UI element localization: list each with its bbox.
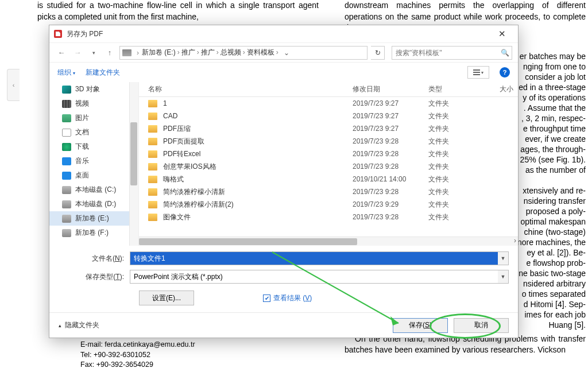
search-icon[interactable]: 🔍	[498, 49, 512, 57]
view-result-checkbox[interactable]: ✔ 查看结果 (V)	[263, 293, 312, 303]
search-input[interactable]	[392, 49, 498, 57]
folder-row[interactable]: 12019/7/23 9:27文件夹	[139, 97, 518, 110]
location-icon	[62, 200, 71, 208]
folder-icon	[148, 163, 157, 171]
crumb-dropdown[interactable]: ⌄	[281, 49, 292, 57]
crumb-item[interactable]: 新加卷 (E:)	[142, 48, 176, 56]
folder-row[interactable]: PDF页面提取2019/7/23 9:28文件夹	[139, 135, 518, 148]
filename-input[interactable]	[130, 252, 498, 265]
folder-icon	[148, 214, 157, 221]
sidebar-item[interactable]: 本地磁盘 (D:)	[49, 197, 138, 211]
filetype-input[interactable]	[130, 270, 498, 283]
location-icon	[62, 157, 71, 165]
refresh-button[interactable]: ↻	[371, 46, 385, 60]
sidebar-item[interactable]: 音乐	[49, 154, 138, 168]
recent-dropdown[interactable]: ▾	[87, 47, 100, 59]
disk-icon	[122, 49, 131, 56]
crumb-item[interactable]: 资料模板	[247, 48, 274, 56]
folder-row[interactable]: PDF压缩2019/7/23 9:27文件夹	[139, 122, 518, 135]
forward-button[interactable]: →	[71, 47, 84, 59]
breadcrumb[interactable]: › 新加卷 (E:)›推广›推广›总视频›资料模板› ⌄	[119, 46, 368, 60]
sidebar-item[interactable]: 下载	[49, 140, 138, 154]
folder-icon	[148, 176, 157, 183]
horizontal-scrollbar[interactable]	[139, 237, 518, 246]
crumb-item[interactable]: 总视频	[220, 48, 241, 56]
back-button[interactable]: ←	[55, 47, 68, 59]
folder-row[interactable]: 嗨格式2019/10/21 14:00文件夹	[139, 173, 518, 185]
column-headers[interactable]: 名称 修改日期 类型 大小	[139, 82, 518, 97]
sidebar-item[interactable]: 文档	[49, 125, 138, 140]
folder-icon	[148, 113, 157, 120]
sidebar-item[interactable]: 本地磁盘 (C:)	[49, 183, 138, 197]
folder-row[interactable]: 简约淡雅柠檬小清新(2)2019/7/23 9:29文件夹	[139, 198, 518, 211]
location-icon	[62, 172, 71, 180]
sidebar: 3D 对象视频图片文档下载音乐桌面本地磁盘 (C:)本地磁盘 (D:)新加卷 (…	[49, 82, 139, 246]
filename-combo[interactable]: ▼	[130, 251, 509, 265]
location-icon	[62, 143, 71, 151]
sidebar-item[interactable]: 桌面	[49, 168, 138, 183]
folder-icon	[148, 100, 157, 107]
hide-folders-link[interactable]: ▴隐藏文件夹	[59, 320, 99, 330]
sidebar-item[interactable]: 图片	[49, 111, 138, 125]
location-icon	[62, 186, 71, 194]
up-button[interactable]: ↑	[103, 47, 116, 59]
folder-row[interactable]: 创意苹果IOS风格2019/7/23 9:28文件夹	[139, 160, 518, 173]
sidebar-scrollbar[interactable]	[129, 82, 138, 246]
folder-row[interactable]: PDF转Excel2019/7/23 9:28文件夹	[139, 148, 518, 160]
save-button[interactable]: 保存(S)	[393, 318, 448, 333]
sidebar-item[interactable]: 新加卷 (F:)	[49, 226, 138, 240]
close-button[interactable]: ✕	[490, 25, 513, 42]
filename-history-dropdown[interactable]: ▼	[498, 252, 508, 265]
sidebar-item[interactable]: 3D 对象	[49, 82, 138, 96]
folder-icon	[148, 188, 157, 196]
crumb-item[interactable]: 推广	[201, 48, 215, 56]
location-icon	[62, 114, 71, 122]
checkbox-icon: ✔	[263, 295, 270, 302]
filetype-combo[interactable]: ▼	[130, 270, 509, 284]
folder-row[interactable]: 简约淡雅柠檬小清新2019/7/23 9:28文件夹	[139, 185, 518, 198]
filetype-dropdown[interactable]: ▼	[498, 270, 508, 283]
filename-label: 文件名(N):	[59, 254, 130, 264]
location-icon	[62, 100, 71, 108]
location-icon	[62, 215, 71, 223]
left-tab[interactable]: ‹	[7, 69, 20, 101]
filetype-label: 保存类型(T):	[59, 272, 130, 282]
organize-menu[interactable]: 组织 ▾	[57, 68, 75, 78]
settings-button[interactable]: 设置(E)...	[139, 290, 194, 305]
location-icon	[62, 229, 71, 237]
sidebar-item[interactable]: 视频	[49, 96, 138, 111]
bg-contact: E-mail: ferda.cetinkaya@emu.edu.trTel: +…	[80, 340, 195, 368]
sidebar-item[interactable]: 新加卷 (E:)	[49, 211, 138, 226]
cancel-button[interactable]: 取消	[454, 318, 509, 333]
folder-icon	[148, 138, 157, 145]
folder-icon	[148, 201, 157, 208]
view-mode-button[interactable]: ▾	[467, 66, 489, 79]
folder-icon	[148, 125, 157, 133]
search-box[interactable]: 🔍	[392, 46, 512, 60]
help-button[interactable]: ?	[500, 67, 510, 78]
folder-icon	[148, 150, 157, 158]
dialog-title: 另存为 PDF	[67, 29, 490, 39]
folder-row[interactable]: CAD2019/7/23 9:27文件夹	[139, 110, 518, 122]
bg-text: is studied for a two-machine flow-line c…	[37, 0, 319, 22]
location-icon	[62, 129, 71, 137]
crumb-item[interactable]: 推广	[181, 48, 195, 56]
pdf-icon	[54, 30, 62, 38]
save-dialog: 另存为 PDF ✕ ← → ▾ ↑ › 新加卷 (E:)›推广›推广›总视频›资…	[49, 25, 519, 338]
folder-row[interactable]: 图像文件2019/7/23 9:28文件夹	[139, 211, 518, 223]
new-folder-button[interactable]: 新建文件夹	[86, 68, 120, 78]
location-icon	[62, 86, 71, 94]
